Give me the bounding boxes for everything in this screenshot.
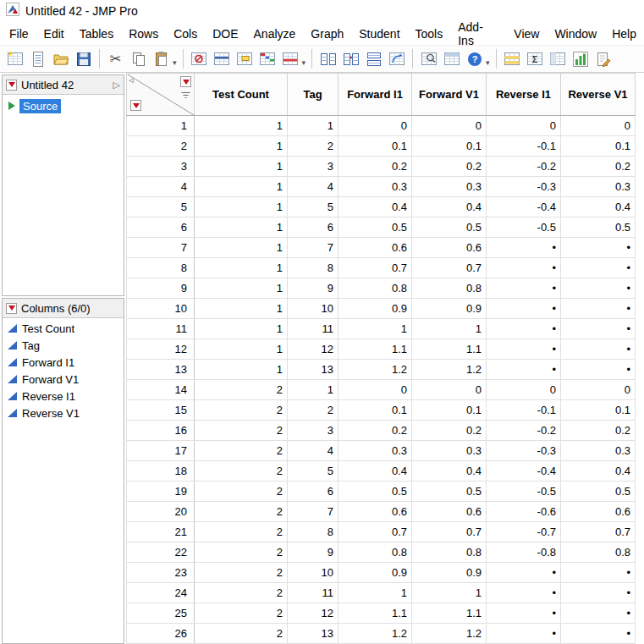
data-cell[interactable]: -0.8 [487, 542, 561, 563]
data-cell[interactable]: 0.2 [561, 157, 636, 177]
data-cell[interactable]: 0.1 [561, 400, 636, 421]
data-cell[interactable]: 2 [195, 441, 288, 461]
data-cell[interactable]: 1 [339, 319, 412, 339]
data-cell[interactable]: 13 [288, 360, 339, 380]
data-cell[interactable]: 0.9 [412, 299, 487, 319]
data-cell[interactable]: 1 [195, 360, 288, 380]
data-cell[interactable]: • [561, 583, 636, 603]
data-cell[interactable]: • [487, 278, 561, 299]
data-cell[interactable]: 2 [288, 136, 339, 157]
data-cell[interactable]: • [561, 360, 636, 380]
data-cell[interactable]: 0.9 [339, 299, 412, 319]
sort-filter-icon[interactable] [180, 91, 191, 103]
data-cell[interactable]: -0.4 [487, 461, 561, 482]
row-number[interactable]: 7 [127, 238, 195, 258]
data-cell[interactable]: 1 [412, 583, 487, 603]
data-cell[interactable]: 1 [195, 238, 288, 258]
sort-table-icon[interactable] [340, 48, 361, 70]
data-cell[interactable]: 0.7 [412, 522, 487, 542]
label-rows-icon[interactable] [234, 48, 256, 70]
data-cell[interactable]: • [487, 603, 561, 624]
help-icon[interactable]: ? [464, 48, 485, 70]
stack-columns-icon[interactable] [363, 48, 384, 70]
row-number[interactable]: 20 [127, 502, 195, 522]
table-preview-icon[interactable] [441, 48, 462, 70]
row-number[interactable]: 6 [127, 217, 195, 238]
data-cell[interactable]: 12 [288, 339, 339, 360]
menu-view[interactable]: View [506, 24, 547, 44]
data-cell[interactable]: • [561, 563, 636, 583]
data-cell[interactable]: 4 [288, 177, 339, 197]
collapse-sidebar-icon[interactable]: ◃ [129, 74, 134, 85]
data-cell[interactable]: 2 [195, 502, 288, 522]
data-cell[interactable]: • [561, 278, 636, 299]
data-cell[interactable]: 0.2 [412, 157, 487, 177]
data-cell[interactable]: -0.1 [487, 400, 561, 421]
hide-rows-icon[interactable] [212, 48, 233, 70]
column-item[interactable]: Reverse V1 [3, 405, 124, 421]
data-cell[interactable]: • [561, 238, 636, 258]
summary-table-icon[interactable]: Σ [525, 48, 546, 70]
column-viewer-icon[interactable] [418, 48, 439, 70]
row-number[interactable]: 13 [127, 360, 195, 380]
column-header[interactable]: Forward I1 [339, 74, 412, 116]
data-cell[interactable]: 8 [288, 522, 339, 542]
column-header[interactable]: Forward V1 [412, 74, 487, 116]
new-data-table-icon[interactable] [4, 48, 25, 70]
graph-builder-icon[interactable] [570, 48, 592, 70]
data-cell[interactable]: 1 [195, 136, 288, 157]
data-cell[interactable]: 0 [487, 380, 561, 400]
transpose-table-icon[interactable] [386, 48, 407, 70]
row-selection-icon[interactable] [280, 48, 301, 70]
data-cell[interactable]: -0.6 [487, 502, 561, 522]
toolbar-overflow-icon[interactable]: ▾ [173, 58, 177, 67]
data-cell[interactable]: 4 [288, 441, 339, 461]
run-script-icon[interactable] [8, 102, 15, 110]
row-number[interactable]: 19 [127, 482, 195, 502]
exclude-rows-icon[interactable] [189, 48, 210, 70]
data-cell[interactable]: 0.3 [412, 177, 487, 197]
data-cell[interactable]: 3 [288, 157, 339, 177]
data-cell[interactable]: 1.1 [339, 339, 412, 360]
row-number[interactable]: 14 [127, 380, 195, 400]
data-cell[interactable]: 0.8 [412, 542, 487, 563]
data-cell[interactable]: 2 [195, 522, 288, 542]
data-cell[interactable]: 3 [288, 421, 339, 441]
data-cell[interactable]: • [561, 258, 636, 278]
expand-panel-icon[interactable]: ▷ [113, 80, 120, 91]
copy-icon[interactable] [128, 48, 149, 70]
data-cell[interactable]: 0.6 [412, 502, 487, 522]
row-number[interactable]: 3 [127, 157, 195, 177]
menu-graph[interactable]: Graph [303, 24, 351, 44]
column-header[interactable]: Reverse V1 [561, 74, 636, 116]
column-item[interactable]: Test Count [3, 320, 124, 337]
data-cell[interactable]: 0.3 [339, 177, 412, 197]
menu-file[interactable]: File [2, 24, 36, 44]
data-cell[interactable]: • [487, 238, 561, 258]
data-cell[interactable]: 2 [195, 563, 288, 583]
data-cell[interactable]: -0.7 [487, 522, 561, 542]
data-cell[interactable]: 1 [195, 116, 288, 136]
data-cell[interactable]: 10 [288, 563, 339, 583]
columns-menu-icon[interactable] [6, 303, 17, 314]
data-cell[interactable]: 2 [195, 624, 288, 644]
data-cell[interactable]: 2 [195, 583, 288, 603]
data-cell[interactable]: 1.1 [339, 603, 412, 624]
toolbar-overflow-icon[interactable]: ▾ [486, 58, 490, 67]
data-cell[interactable]: 1 [195, 217, 288, 238]
row-number[interactable]: 24 [127, 583, 195, 603]
row-number[interactable]: 21 [127, 522, 195, 542]
data-cell[interactable]: -0.1 [487, 136, 561, 157]
data-cell[interactable]: 8 [288, 258, 339, 278]
menu-addins[interactable]: Add-Ins [450, 17, 506, 51]
data-cell[interactable]: 1 [195, 258, 288, 278]
data-cell[interactable]: 0.3 [561, 441, 636, 461]
row-number[interactable]: 18 [127, 461, 195, 482]
row-number[interactable]: 9 [127, 278, 195, 299]
data-cell[interactable]: -0.3 [487, 441, 561, 461]
row-number[interactable]: 4 [127, 177, 195, 197]
menu-analyze[interactable]: Analyze [246, 24, 304, 44]
data-cell[interactable]: 0.4 [561, 197, 636, 217]
data-cell[interactable]: 5 [288, 461, 339, 482]
data-cell[interactable]: 0.4 [412, 461, 487, 482]
